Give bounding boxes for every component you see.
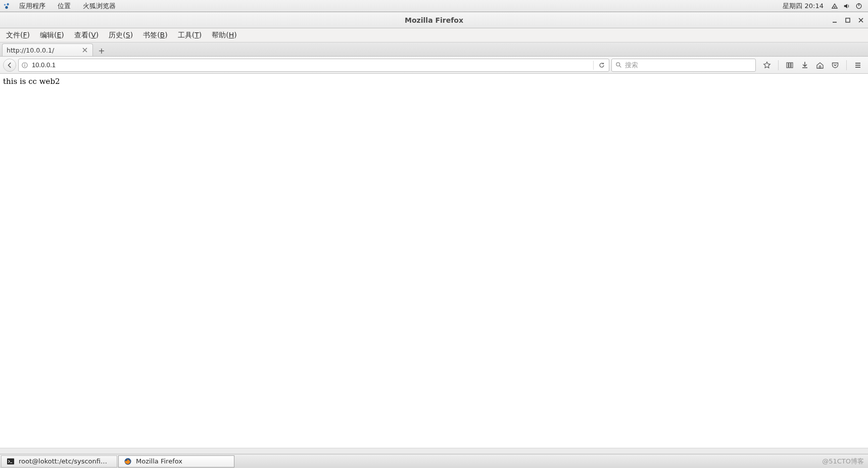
- window-title: Mozilla Firefox: [0, 16, 868, 24]
- svg-rect-26: [7, 458, 14, 464]
- menu-accel: T: [195, 31, 199, 39]
- tab-strip: http://10.0.0.1/ +: [0, 42, 868, 57]
- menu-file[interactable]: 文件(F): [2, 29, 34, 41]
- clock[interactable]: 星期四 20:14: [783, 2, 824, 11]
- menu-accel: H: [229, 31, 234, 39]
- volume-icon[interactable]: [843, 2, 851, 10]
- window-controls: [831, 12, 865, 28]
- hamburger-icon[interactable]: [853, 60, 863, 70]
- navigation-toolbar: [0, 57, 868, 74]
- applications-menu[interactable]: 应用程序: [16, 2, 49, 11]
- svg-line-17: [619, 66, 621, 67]
- menu-label: 历史: [109, 31, 123, 39]
- taskbar-item-label: Mozilla Firefox: [136, 457, 182, 465]
- firefox-icon: [124, 457, 132, 465]
- menu-label: 查看: [74, 31, 88, 39]
- menu-label: 编辑: [40, 31, 54, 39]
- menu-history[interactable]: 历史(S): [105, 29, 137, 41]
- pocket-icon[interactable]: [830, 60, 840, 70]
- power-icon[interactable]: [855, 2, 863, 10]
- menu-label: 帮助: [212, 31, 226, 39]
- system-top-panel: 应用程序 位置 火狐浏览器 星期四 20:14: [0, 0, 868, 12]
- separator: [778, 60, 779, 70]
- menu-accel: B: [160, 31, 165, 39]
- menu-bookmarks[interactable]: 书签(B): [139, 29, 172, 41]
- status-strip: [0, 448, 868, 454]
- svg-point-14: [24, 63, 25, 64]
- bottom-taskbar: root@lokott:/etc/sysconfig/networ… Mozil…: [0, 454, 868, 468]
- menu-accel: S: [126, 31, 130, 39]
- back-button[interactable]: [3, 59, 16, 72]
- home-icon[interactable]: [815, 60, 825, 70]
- svg-rect-18: [787, 63, 788, 68]
- close-button[interactable]: [857, 16, 865, 24]
- menu-label: 文件: [6, 31, 20, 39]
- downloads-icon[interactable]: [800, 60, 810, 70]
- svg-rect-19: [789, 63, 791, 68]
- svg-rect-20: [791, 63, 793, 68]
- taskbar-item-label: root@lokott:/etc/sysconfig/networ…: [19, 457, 110, 465]
- magnify-icon: [615, 62, 622, 69]
- menu-view[interactable]: 查看(V): [70, 29, 103, 41]
- svg-point-2: [5, 6, 8, 9]
- taskbar-item-terminal[interactable]: root@lokott:/etc/sysconfig/networ…: [1, 455, 117, 467]
- system-panel-right: 星期四 20:14: [783, 2, 865, 11]
- menu-tools[interactable]: 工具(T): [174, 29, 206, 41]
- svg-point-3: [834, 7, 835, 8]
- browser-menubar: 文件(F) 编辑(E) 查看(V) 历史(S) 书签(B) 工具(T) 帮助(H…: [0, 28, 868, 42]
- page-viewport: this is cc web2: [0, 74, 868, 448]
- separator: [846, 60, 847, 70]
- watermark: @51CTO博客: [822, 457, 864, 466]
- menu-label: 书签: [143, 31, 157, 39]
- menu-accel: F: [23, 31, 27, 39]
- menu-label: 工具: [178, 31, 192, 39]
- places-menu[interactable]: 位置: [55, 2, 74, 11]
- reload-button[interactable]: [597, 60, 607, 70]
- menu-edit[interactable]: 编辑(E): [36, 29, 68, 41]
- info-icon[interactable]: [21, 61, 29, 69]
- menu-accel: E: [57, 31, 61, 39]
- terminal-icon: [7, 457, 15, 465]
- gnome-logo-icon: [3, 3, 10, 10]
- search-input[interactable]: [625, 61, 752, 69]
- star-icon[interactable]: [762, 60, 772, 70]
- svg-rect-8: [846, 18, 850, 22]
- svg-point-16: [616, 63, 619, 66]
- tab-close-icon[interactable]: [81, 46, 88, 54]
- minimize-button[interactable]: [831, 16, 839, 24]
- system-panel-left: 应用程序 位置 火狐浏览器: [3, 2, 119, 11]
- taskbar-item-firefox[interactable]: Mozilla Firefox: [118, 455, 234, 467]
- maximize-button[interactable]: [844, 16, 852, 24]
- menu-help[interactable]: 帮助(H): [208, 29, 240, 41]
- plus-icon: +: [98, 46, 105, 56]
- url-input[interactable]: [32, 61, 590, 69]
- tab-title: http://10.0.0.1/: [7, 46, 81, 54]
- search-bar[interactable]: [611, 59, 756, 72]
- address-bar[interactable]: [18, 59, 609, 72]
- library-icon[interactable]: [785, 60, 795, 70]
- window-titlebar[interactable]: Mozilla Firefox: [0, 12, 868, 28]
- network-icon[interactable]: [831, 2, 839, 10]
- separator: [593, 61, 594, 70]
- svg-point-1: [7, 3, 9, 5]
- browser-tab[interactable]: http://10.0.0.1/: [2, 43, 93, 56]
- svg-rect-22: [819, 66, 821, 68]
- menu-accel: V: [91, 31, 96, 39]
- new-tab-button[interactable]: +: [95, 45, 108, 56]
- firefox-menu[interactable]: 火狐浏览器: [80, 2, 119, 11]
- svg-point-0: [4, 4, 6, 6]
- page-content-text: this is cc web2: [3, 77, 865, 86]
- toolbar-icons: [758, 60, 865, 70]
